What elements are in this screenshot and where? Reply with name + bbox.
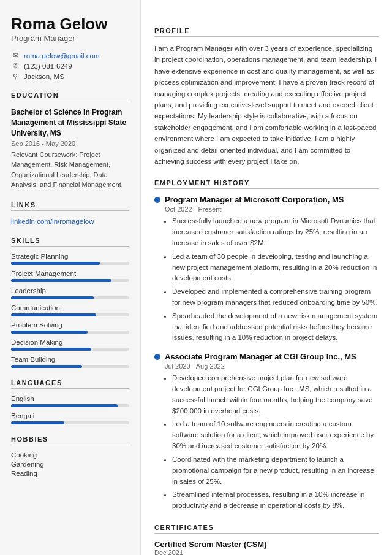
right-column: PROFILE I am a Program Manager with over… (141, 0, 392, 555)
job-title: Associate Program Manager at CGI Group I… (165, 352, 356, 361)
location-icon: ⚲ (11, 72, 20, 80)
cert-item: Certified Scrum Master (CSM) Dec 2021 (154, 540, 379, 555)
skill-label: Strategic Planning (11, 253, 129, 260)
skill-label: Communication (11, 304, 129, 312)
skills-list: Strategic Planning Project Management Le… (11, 253, 129, 368)
skill-bar-fill (11, 279, 111, 282)
hobby-item: Gardening (11, 461, 129, 468)
candidate-title: Program Manager (11, 34, 129, 43)
skill-label: Leadership (11, 287, 129, 294)
links-section-title: LINKS (11, 201, 129, 211)
skill-bar-fill (11, 313, 96, 316)
languages-section-title: LANGUAGES (11, 379, 129, 389)
skill-bar-fill (11, 365, 82, 368)
skill-bar-fill (11, 262, 100, 265)
job-title-line: Program Manager at Microsoft Corporation… (154, 195, 379, 204)
phone-number: (123) 031-6249 (24, 63, 72, 70)
skill-item: Strategic Planning (11, 253, 129, 265)
job-dates: Jul 2020 - Aug 2022 (165, 362, 379, 370)
bullet-item: Streamlined internal processes, resultin… (172, 489, 379, 511)
skill-item: Problem Solving (11, 321, 129, 334)
job-block: Program Manager at Microsoft Corporation… (154, 195, 379, 343)
candidate-name: Roma Gelow (11, 15, 129, 34)
phone-icon: ✆ (11, 62, 20, 70)
bullet-item: Led a team of 10 software engineers in c… (172, 419, 379, 451)
language-item: English (11, 395, 129, 407)
skill-label: Team Building (11, 356, 129, 363)
job-dot (154, 354, 160, 360)
job-title: Program Manager at Microsoft Corporation… (165, 195, 344, 204)
edu-coursework: Relevant Coursework: Project Management,… (11, 150, 129, 190)
email-link[interactable]: roma.gelow@gmail.com (24, 52, 100, 59)
job-dot (154, 197, 160, 203)
hobbies-list: CookingGardeningReading (11, 451, 129, 477)
hobby-item: Cooking (11, 451, 129, 459)
skill-item: Team Building (11, 356, 129, 368)
job-title-line: Associate Program Manager at CGI Group I… (154, 352, 379, 361)
skill-bar-bg (11, 296, 129, 299)
skill-bar-bg (11, 262, 129, 265)
language-bar-fill (11, 421, 64, 424)
employment-section-title: EMPLOYMENT HISTORY (154, 179, 379, 189)
language-bar-bg (11, 421, 129, 424)
linkedin-link[interactable]: linkedin.com/in/romagelow (11, 218, 94, 225)
email-contact: ✉ roma.gelow@gmail.com (11, 52, 129, 59)
cert-name: Certified Scrum Master (CSM) (154, 540, 379, 549)
hobbies-section-title: HOBBIES (11, 435, 129, 445)
linkedin-link-item: linkedin.com/in/romagelow (11, 217, 129, 226)
education-section-title: EDUCATION (11, 91, 129, 101)
job-block: Associate Program Manager at CGI Group I… (154, 352, 379, 511)
job-bullets: Developed comprehensive project plan for… (165, 373, 379, 511)
languages-list: English Bengali (11, 395, 129, 424)
edu-degree: Bachelor of Science in Program Managemen… (11, 107, 129, 138)
skill-bar-bg (11, 331, 129, 334)
skill-bar-bg (11, 313, 129, 316)
skills-section-title: SKILLS (11, 237, 129, 247)
bullet-item: Coordinated with the marketing departmen… (172, 454, 379, 487)
skill-item: Decision Making (11, 339, 129, 351)
profile-text: I am a Program Manager with over 3 years… (154, 43, 379, 167)
location-contact: ⚲ Jackson, MS (11, 72, 129, 80)
bullet-item: Successfully launched a new program in M… (172, 216, 379, 248)
hobby-item: Reading (11, 470, 129, 477)
job-dates: Oct 2022 - Present (165, 205, 379, 213)
job-bullets: Successfully launched a new program in M… (165, 216, 379, 343)
bullet-item: Led a team of 30 people in developing, t… (172, 251, 379, 284)
location-text: Jackson, MS (24, 73, 64, 80)
left-column: Roma Gelow Program Manager ✉ roma.gelow@… (0, 0, 141, 555)
language-label: Bengali (11, 412, 129, 419)
skill-item: Leadership (11, 287, 129, 299)
skill-label: Project Management (11, 270, 129, 277)
profile-section-title: PROFILE (154, 27, 379, 37)
skill-item: Communication (11, 304, 129, 316)
bullet-item: Developed and implemented a comprehensiv… (172, 286, 379, 308)
certificates-section-title: CERTIFICATES (154, 524, 379, 534)
skill-bar-bg (11, 365, 129, 368)
cert-date: Dec 2021 (154, 549, 379, 555)
skill-bar-fill (11, 296, 94, 299)
jobs-list: Program Manager at Microsoft Corporation… (154, 195, 379, 511)
email-icon: ✉ (11, 52, 20, 59)
language-bar-fill (11, 404, 118, 407)
skill-bar-fill (11, 331, 88, 334)
bullet-item: Developed comprehensive project plan for… (172, 373, 379, 416)
bullet-item: Spearheaded the development of a new ris… (172, 311, 379, 343)
edu-dates: Sep 2016 - May 2020 (11, 140, 129, 147)
phone-contact: ✆ (123) 031-6249 (11, 62, 129, 70)
language-item: Bengali (11, 412, 129, 424)
language-label: English (11, 395, 129, 402)
skill-bar-fill (11, 348, 91, 351)
skill-item: Project Management (11, 270, 129, 282)
skill-label: Decision Making (11, 339, 129, 346)
skill-bar-bg (11, 348, 129, 351)
skill-bar-bg (11, 279, 129, 282)
certificates-list: Certified Scrum Master (CSM) Dec 2021 Pr… (154, 540, 379, 555)
skill-label: Problem Solving (11, 321, 129, 329)
language-bar-bg (11, 404, 129, 407)
